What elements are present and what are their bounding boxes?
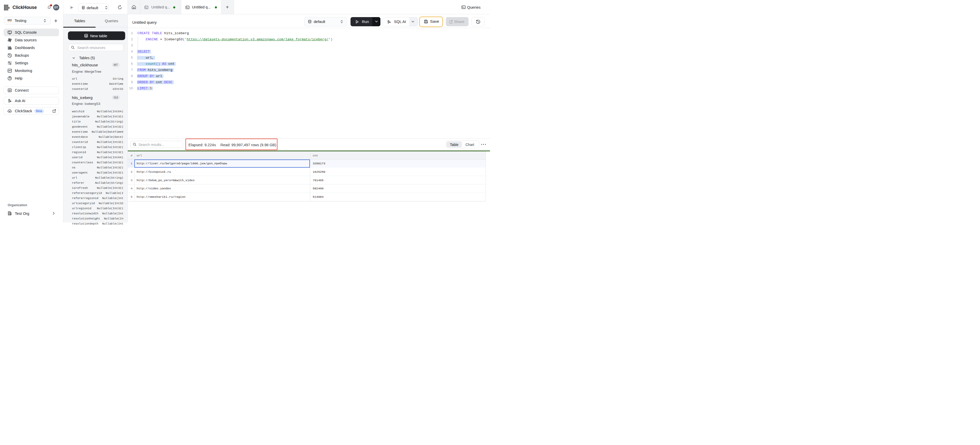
svg-text:aws: aws xyxy=(7,18,12,21)
